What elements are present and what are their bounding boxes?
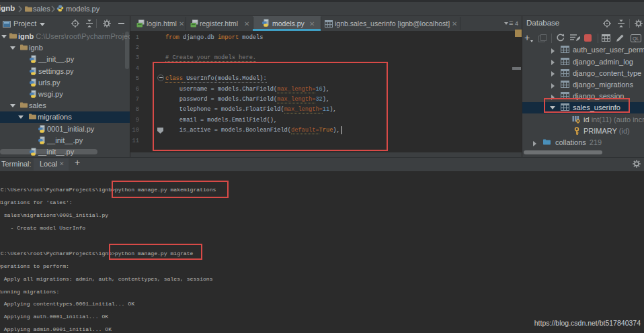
svg-text:QL: QL [633,36,639,42]
